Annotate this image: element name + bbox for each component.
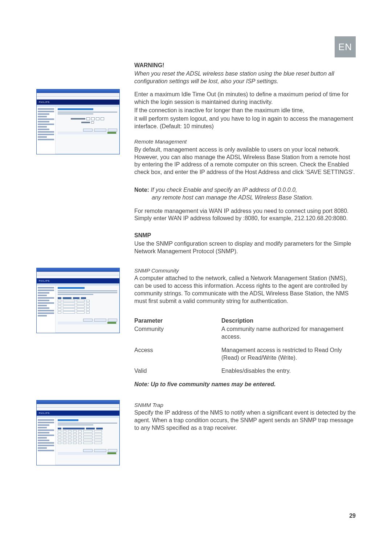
param-key: Access — [134, 347, 221, 362]
screenshot-snmp-community: PHILIPS — [36, 268, 120, 333]
row-trap: PHILIPS — [36, 389, 356, 465]
table-row: Access Management access is restricted t… — [134, 347, 356, 362]
remote-after: For remote management via WAN IP address… — [134, 207, 356, 223]
remote-note-line1: If you check Enable and specify an IP ad… — [151, 187, 297, 193]
header-description: Description — [221, 317, 356, 325]
screenshot-snmp-trap: PHILIPS — [36, 400, 120, 465]
trap-body: Specify the IP address of the NMS to not… — [134, 409, 356, 432]
language-badge: EN — [335, 36, 356, 57]
remote-heading: Remote Management — [134, 138, 356, 145]
brand-bar: PHILIPS — [37, 100, 119, 105]
param-desc: Management access is restricted to Read … — [221, 347, 356, 362]
snmp-intro: Use the SNMP configuration screen to dis… — [134, 240, 356, 255]
param-desc: Enables/disables the entry. — [221, 367, 356, 375]
brand-bar: PHILIPS — [37, 411, 119, 416]
remote-note-line2: any remote host can manage the ADSL Wire… — [134, 194, 356, 202]
community-note: Note: Up to five community names may be … — [134, 381, 356, 388]
brand-bar: PHILIPS — [37, 278, 119, 283]
header-parameter: Parameter — [134, 317, 221, 325]
screenshot-remote-management: PHILIPS — [36, 89, 120, 154]
row-community: PHILIPS — [36, 256, 356, 389]
note-label: Note: — [134, 187, 149, 193]
snmp-heading: SNMP — [134, 232, 356, 239]
warning-heading: WARNING! — [134, 62, 356, 69]
param-key: Valid — [134, 367, 221, 375]
left-col-3: PHILIPS — [36, 389, 131, 465]
trap-heading: SNMM Trap — [134, 401, 356, 409]
left-col-1: PHILIPS — [36, 36, 131, 154]
right-col-3: SNMM Trap Specify the IP address of the … — [134, 389, 356, 433]
idle-p1: Enter a maximum Idle Time Out (in minute… — [134, 91, 356, 106]
community-body: A computer attached to the network, call… — [134, 275, 356, 305]
param-key: Community — [134, 326, 221, 341]
page-number: 29 — [349, 513, 356, 519]
idle-p3: it will perform system logout, and you h… — [134, 115, 356, 130]
warning-body: When you reset the ADSL wireless base st… — [134, 70, 356, 85]
param-desc: A community name authorized for manageme… — [221, 326, 356, 341]
left-col-2: PHILIPS — [36, 256, 131, 333]
right-col-2: SNMP Community A computer attached to th… — [134, 256, 356, 389]
remote-note: Note: If you check Enable and specify an… — [134, 186, 356, 202]
table-row: Valid Enables/disables the entry. — [134, 367, 356, 375]
remote-body: By default, management access is only av… — [134, 146, 356, 176]
table-header-row: Parameter Description — [134, 317, 356, 325]
row-warning: PHILIPS WARNING! When you reset t — [36, 36, 356, 256]
document-page: EN PHILIPS — [0, 0, 392, 541]
idle-p2: If the connection is inactive for longer… — [134, 107, 356, 114]
community-heading: SNMP Community — [134, 267, 356, 274]
table-row: Community A community name authorized fo… — [134, 326, 356, 341]
right-col-1: WARNING! When you reset the ADSL wireles… — [134, 36, 356, 256]
parameter-table: Parameter Description Community A commun… — [134, 317, 356, 375]
